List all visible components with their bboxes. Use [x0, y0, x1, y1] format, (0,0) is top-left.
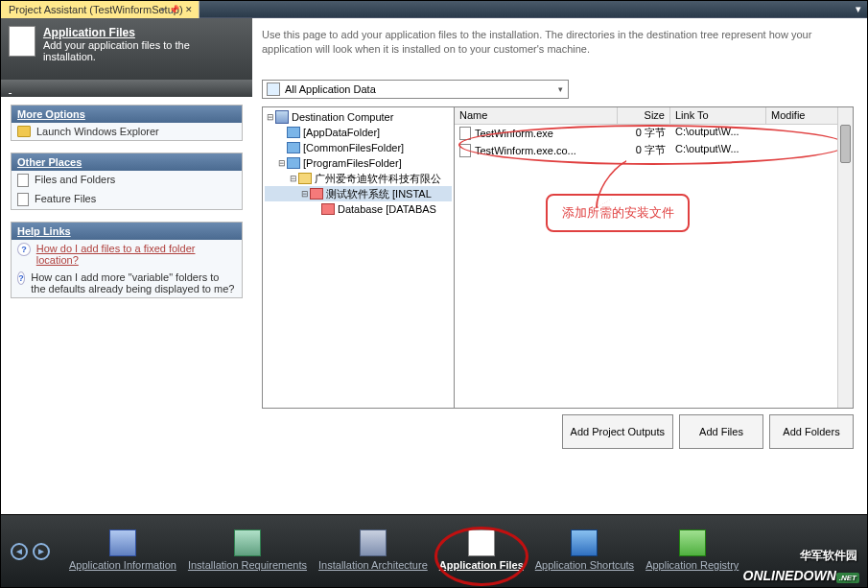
tree-node-install[interactable]: ⊟测试软件系统 [INSTAL	[265, 186, 452, 201]
question-icon: ?	[17, 243, 31, 256]
nav-app-info[interactable]: Application Information	[69, 529, 176, 572]
window-title-tab[interactable]: Project Assistant (TestWinformSetup) 📌 ✕	[1, 1, 199, 18]
nav-back-button[interactable]: ◄	[11, 543, 28, 560]
tree-node-database[interactable]: Database [DATABAS	[265, 201, 452, 217]
col-name[interactable]: Name	[455, 107, 618, 124]
tree-node-company[interactable]: ⊟广州爱奇迪软件科技有限公	[265, 171, 452, 186]
help-link-2[interactable]: ? How can I add more "variable" folders …	[12, 269, 242, 297]
dropdown-value: All Application Data	[285, 83, 376, 95]
data-icon	[267, 82, 280, 96]
page-icon	[17, 193, 29, 206]
page-subtitle: Add your application files to the instal…	[43, 39, 245, 62]
file-row[interactable]: TestWinform.exe 0 字节 C:\output\W...	[455, 125, 853, 142]
question-icon: ?	[17, 271, 25, 285]
col-size[interactable]: Size	[618, 107, 670, 124]
title-bar: Project Assistant (TestWinformSetup) 📌 ✕…	[1, 1, 867, 18]
nav-forward-button[interactable]: ►	[33, 543, 50, 560]
minimize-icon[interactable]: ▾	[856, 3, 861, 15]
folder-icon	[287, 142, 300, 153]
tree-node-programfiles[interactable]: ⊟[ProgramFilesFolder]	[265, 155, 452, 171]
file-icon	[459, 144, 471, 157]
nav-install-req[interactable]: Installation Requirements	[188, 529, 307, 572]
instructions-text: Use this page to add your application fi…	[262, 28, 854, 66]
nav-app-files[interactable]: Application Files	[439, 529, 524, 572]
target-icon	[321, 203, 335, 215]
window-title: Project Assistant (TestWinformSetup)	[9, 4, 183, 15]
more-options-header: More Options	[12, 106, 242, 123]
expander-icon[interactable]: ⊟	[288, 171, 298, 186]
add-project-outputs-button[interactable]: Add Project Outputs	[562, 414, 673, 449]
files-icon	[468, 529, 495, 556]
tree-node-commonfiles[interactable]: [CommonFilesFolder]	[265, 140, 452, 155]
page-header: Application Files Add your application f…	[1, 18, 252, 80]
expander-icon[interactable]: ⊟	[265, 109, 275, 125]
other-places-header: Other Places	[12, 153, 242, 171]
app-data-dropdown[interactable]: All Application Data	[262, 80, 569, 99]
target-icon	[310, 188, 323, 200]
info-icon	[109, 529, 136, 556]
page-title: Application Files	[43, 26, 245, 39]
tree-node-root[interactable]: ⊟Destination Computer	[265, 109, 452, 125]
annotation-callout: 添加所需的安装文件	[546, 194, 690, 232]
scrollbar[interactable]	[837, 107, 853, 408]
registry-icon	[679, 529, 706, 556]
more-options-panel: More Options Launch Windows Explorer	[11, 105, 243, 141]
nav-app-shortcuts[interactable]: Application Shortcuts	[535, 529, 634, 572]
files-folders-link[interactable]: Files and Folders	[12, 171, 242, 190]
file-list-header: Name Size Link To Modifie	[455, 107, 853, 125]
folder-open-icon	[298, 173, 312, 184]
nav-app-registry[interactable]: Application Registry	[645, 529, 739, 572]
nav-install-arch[interactable]: Installation Architecture	[318, 529, 428, 572]
computer-icon	[275, 110, 289, 124]
expander-icon[interactable]: ⊟	[276, 155, 287, 171]
file-list[interactable]: Name Size Link To Modifie TestWinform.ex…	[455, 107, 853, 408]
separator	[1, 80, 252, 97]
architecture-icon	[360, 529, 387, 556]
file-row[interactable]: TestWinform.exe.co... 0 字节 C:\output\W..…	[455, 142, 853, 159]
launch-explorer-link[interactable]: Launch Windows Explorer	[12, 123, 242, 140]
page-icon	[9, 26, 35, 57]
help-links-panel: Help Links ? How do I add files to a fix…	[11, 222, 243, 298]
folder-icon	[287, 157, 300, 169]
expander-icon[interactable]: ⊟	[299, 186, 310, 201]
folder-icon	[287, 127, 300, 138]
file-icon	[459, 127, 471, 140]
scrollbar-thumb[interactable]	[840, 125, 851, 163]
help-links-header: Help Links	[12, 223, 242, 240]
page-icon	[17, 174, 29, 187]
pin-icon[interactable]: 📌	[169, 5, 179, 14]
checklist-icon	[234, 529, 261, 556]
help-link-1[interactable]: ? How do I add files to a fixed folder l…	[12, 240, 242, 269]
col-linkto[interactable]: Link To	[670, 107, 766, 124]
tree-node-appdata[interactable]: [AppDataFolder]	[265, 125, 452, 140]
watermark-cn: 华军软件园	[800, 548, 857, 564]
watermark-logo: ONLINEDOWN.NET	[743, 568, 859, 583]
add-files-button[interactable]: Add Files	[679, 414, 763, 449]
close-tab-icon[interactable]: ✕	[185, 5, 193, 14]
shortcut-icon	[571, 529, 598, 556]
add-folders-button[interactable]: Add Folders	[769, 414, 854, 449]
other-places-panel: Other Places Files and Folders Feature F…	[11, 153, 243, 210]
destination-tree[interactable]: ⊟Destination Computer [AppDataFolder] [C…	[263, 107, 455, 408]
feature-files-link[interactable]: Feature Files	[12, 190, 242, 209]
bottom-nav: ◄ ► Application Information Installation…	[1, 514, 867, 587]
folder-icon	[17, 126, 31, 137]
